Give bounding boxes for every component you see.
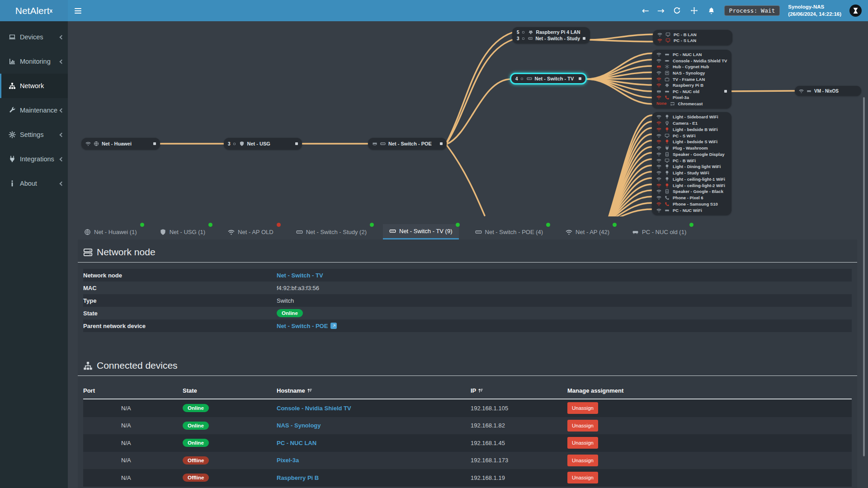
device-leaf-row[interactable]: Pixel-3a bbox=[656, 94, 727, 101]
avatar[interactable] bbox=[849, 5, 862, 17]
device-leaf-row[interactable]: Phone - Samsung S10 bbox=[656, 201, 727, 207]
sidebar-item[interactable]: Monitoring bbox=[0, 49, 68, 74]
detail-link[interactable]: Net - Switch - POE bbox=[277, 323, 328, 329]
device-leaf-row[interactable]: Hub - Cygnet Hub bbox=[656, 64, 727, 70]
device-leaf-row[interactable]: PC - NUC LAN bbox=[656, 52, 727, 58]
unassign-button[interactable]: Unassign bbox=[567, 402, 598, 414]
device-leaf-row[interactable]: TV - Frame LAN bbox=[656, 76, 727, 82]
column-hostname[interactable]: Hostname bbox=[277, 387, 471, 394]
device-leaf-row[interactable]: Light - Study WiFi bbox=[656, 170, 727, 176]
scrollbar-thumb[interactable] bbox=[863, 97, 865, 456]
device-leaf-row[interactable]: Light - bedside B WiFi bbox=[656, 127, 727, 133]
group-node-row[interactable]: 3 Net - Switch - Study bbox=[517, 35, 585, 42]
hostname-link[interactable]: NAS - Synology bbox=[277, 422, 321, 429]
detail-link[interactable]: Net - Switch - TV bbox=[277, 272, 323, 279]
tab-label: Net - Switch - POE (4) bbox=[485, 229, 543, 235]
hostname-link[interactable]: Pixel-3a bbox=[277, 457, 299, 464]
status-dot bbox=[370, 223, 374, 227]
detail-value: f4:92:bf:a3:f3:56 bbox=[277, 285, 319, 291]
sidebar-item[interactable]: Maintenance bbox=[0, 98, 68, 122]
sidebar-item[interactable]: About bbox=[0, 171, 68, 196]
state-badge: Offline bbox=[183, 456, 209, 465]
external-link-icon[interactable] bbox=[330, 323, 337, 329]
nuc-icon bbox=[665, 89, 670, 94]
hostname-link[interactable]: Raspberry Pi B bbox=[277, 474, 319, 481]
device-leaf-row[interactable]: Phone - Pixel 6 bbox=[656, 195, 727, 201]
device-label: Light - Dining light WiFi bbox=[673, 164, 721, 169]
port-cell: N/A bbox=[83, 457, 183, 464]
sidebar-item[interactable]: Integrations bbox=[0, 147, 68, 171]
chevron-left-icon bbox=[60, 108, 64, 113]
wifi-icon bbox=[656, 114, 661, 119]
device-leaf-row[interactable]: Camera - E1 bbox=[656, 120, 727, 127]
network-node-tab[interactable]: Net - USG (1) bbox=[153, 224, 212, 239]
group-node-row[interactable]: 5 Raspberry Pi 4 LAN bbox=[517, 29, 585, 35]
network-node-tab[interactable]: Net - Switch - POE (4) bbox=[469, 224, 550, 239]
device-leaf-row[interactable]: PC - S LAN bbox=[657, 38, 728, 43]
sidebar-item-label: Devices bbox=[20, 33, 43, 41]
device-leaf-row[interactable]: PC - NUC WiFi bbox=[656, 207, 727, 213]
detail-row: State Online bbox=[83, 307, 852, 319]
unassign-button[interactable]: Unassign bbox=[567, 420, 598, 432]
move-icon[interactable] bbox=[690, 6, 699, 15]
device-leaf-row[interactable]: Plug - Washroom bbox=[656, 145, 727, 151]
network-node-tab[interactable]: Net - Huawei (1) bbox=[78, 224, 143, 239]
hostname-link[interactable]: Console - Nvidia Shield TV bbox=[277, 405, 351, 412]
column-ip[interactable]: IP bbox=[471, 387, 567, 394]
forward-arrow-button[interactable]: → bbox=[657, 6, 665, 15]
sidebar-item[interactable]: Settings bbox=[0, 122, 68, 147]
wifi-icon bbox=[228, 229, 235, 235]
device-leaf-row[interactable]: Raspberry Pi B bbox=[656, 82, 727, 89]
network-node-tab[interactable]: PC - NUC old (1) bbox=[626, 224, 693, 239]
device-leaf-row[interactable]: PC - S WiFi bbox=[656, 132, 727, 139]
status-dot bbox=[277, 223, 281, 227]
network-node-tab[interactable]: Net - Switch - Study (2) bbox=[290, 224, 373, 239]
status-dot bbox=[456, 223, 460, 227]
network-node-tab[interactable]: Net - AP OLD bbox=[222, 224, 280, 239]
speaker-icon bbox=[665, 152, 670, 157]
process-status-badge: Process: Wait bbox=[724, 5, 780, 16]
port-indicator bbox=[153, 142, 156, 145]
node-net-huawei[interactable]: Net - Huawei bbox=[81, 138, 160, 150]
device-leaf-row[interactable]: NAS - Synology bbox=[656, 70, 727, 76]
hostname-link[interactable]: PC - NUC LAN bbox=[277, 440, 316, 446]
device-leaf-row[interactable]: PC - NUC old bbox=[656, 88, 727, 94]
sidebar-item[interactable]: Network bbox=[0, 74, 68, 98]
node-label: Raspberry Pi 4 LAN bbox=[536, 29, 580, 35]
device-leaf-row[interactable]: Light - Sideboard WiFi bbox=[656, 114, 727, 120]
back-arrow-button[interactable]: ← bbox=[642, 6, 649, 15]
unassign-button[interactable]: Unassign bbox=[567, 472, 598, 483]
device-leaf-row[interactable]: Speaker - Google - Black bbox=[656, 188, 727, 195]
device-leaf-row[interactable]: Light - Dining light WiFi bbox=[656, 164, 727, 170]
device-group-study-leaves: PC - B LAN PC - S LAN bbox=[653, 30, 732, 45]
wifi-icon bbox=[656, 127, 661, 132]
node-group-study[interactable]: 5 Raspberry Pi 4 LAN 3 Net - Switch - St… bbox=[512, 27, 590, 43]
notifications-bell-icon[interactable] bbox=[707, 6, 716, 15]
bulb-icon bbox=[665, 183, 670, 188]
node-net-switch-tv-selected[interactable]: 4 Net - Switch - TV bbox=[510, 73, 587, 84]
device-leaf-row[interactable]: PC - B WiFi bbox=[656, 157, 727, 164]
node-vm-nixos[interactable]: VM - NixOS bbox=[795, 86, 861, 96]
unassign-button[interactable]: Unassign bbox=[567, 455, 598, 466]
device-leaf-row[interactable]: Light - bedside S WiFi bbox=[656, 139, 727, 145]
device-leaf-row[interactable]: PC - B LAN bbox=[657, 32, 728, 38]
wifi-icon bbox=[656, 70, 661, 75]
device-leaf-row[interactable]: Speaker - Google Display bbox=[656, 151, 727, 158]
laptop-icon bbox=[9, 33, 16, 41]
sidebar-item[interactable]: Devices bbox=[0, 25, 68, 49]
hamburger-menu-button[interactable] bbox=[68, 0, 88, 21]
app-logo[interactable]: NetAlertx bbox=[0, 0, 68, 21]
table-row: N/A Offline Raspberry Pi B 192.168.1.19 … bbox=[83, 469, 852, 487]
node-net-usg[interactable]: 3 Net - USG bbox=[224, 138, 302, 150]
unassign-button[interactable]: Unassign bbox=[567, 437, 598, 449]
network-node-tab[interactable]: Net - AP (42) bbox=[559, 224, 616, 239]
detail-label: State bbox=[83, 310, 277, 317]
device-leaf-row[interactable]: Light - ceiling-light-1 WiFi bbox=[656, 176, 727, 183]
network-node-tab[interactable]: Net - Switch - TV (9) bbox=[383, 224, 459, 239]
node-net-switch-poe[interactable]: Net - Switch - POE bbox=[368, 138, 447, 150]
device-leaf-row[interactable]: Console - Nvidia Shield TV bbox=[656, 58, 727, 64]
device-leaf-row[interactable]: None Chromecast bbox=[656, 101, 727, 107]
refresh-icon[interactable] bbox=[673, 6, 682, 15]
switch-icon bbox=[475, 229, 482, 235]
device-leaf-row[interactable]: Light - ceiling-light-2 WiFi bbox=[656, 182, 727, 188]
